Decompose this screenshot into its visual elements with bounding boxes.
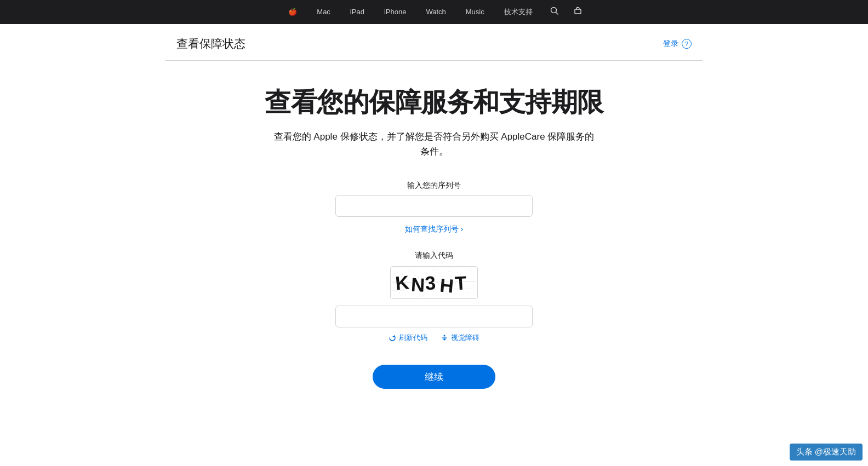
apple-logo-link[interactable]: 🍎 — [278, 0, 307, 24]
svg-point-11 — [449, 271, 450, 272]
accessibility-label: 视觉障碍 — [451, 333, 479, 343]
find-serial-link[interactable]: 如何查找序列号 › — [405, 225, 464, 234]
login-area: 登录 ? — [663, 39, 692, 49]
navigation-bar: 🍎 Mac iPad iPhone Watch Music 技术支持 — [0, 0, 868, 24]
hero-subtitle: 查看您的 Apple 保修状态，并了解您是否符合另外购买 AppleCare 保… — [270, 129, 598, 159]
svg-point-6 — [410, 271, 411, 272]
help-icon[interactable]: ? — [682, 39, 692, 49]
warranty-form: 输入您的序列号 如何查找序列号 › 请输入代码 — [324, 181, 544, 389]
serial-label: 输入您的序列号 — [407, 181, 461, 191]
watermark: 头条 @极速天助 — [790, 444, 863, 461]
captcha-actions: 刷新代码 视觉障碍 — [389, 333, 479, 343]
svg-text:H: H — [439, 274, 454, 297]
nav-item-iphone[interactable]: iPhone — [374, 0, 416, 24]
svg-point-26 — [473, 285, 475, 286]
svg-point-34 — [444, 335, 446, 337]
svg-text:T: T — [454, 272, 467, 294]
accessibility-button[interactable]: 视觉障碍 — [441, 333, 479, 343]
nav-item-mac[interactable]: Mac — [307, 0, 340, 24]
captcha-label: 请输入代码 — [415, 251, 453, 261]
svg-text:N: N — [410, 274, 425, 296]
serial-input[interactable] — [335, 195, 533, 217]
cart-icon[interactable] — [566, 0, 590, 24]
refresh-label: 刷新代码 — [399, 333, 427, 343]
refresh-captcha-button[interactable]: 刷新代码 — [389, 333, 427, 343]
hero-title: 查看您的保障服务和支持期限 — [265, 88, 603, 117]
svg-point-13 — [471, 270, 472, 271]
nav-item-support[interactable]: 技术支持 — [494, 0, 542, 24]
captcha-input[interactable] — [335, 306, 533, 327]
nav-item-ipad[interactable]: iPad — [340, 0, 374, 24]
page-header: 查看保障状态 登录 ? — [165, 24, 703, 61]
svg-text:3: 3 — [424, 272, 436, 294]
continue-button[interactable]: 继续 — [373, 365, 495, 389]
svg-point-20 — [468, 293, 469, 294]
search-icon[interactable] — [542, 0, 566, 24]
svg-line-1 — [556, 13, 558, 15]
captcha-image: K N 3 H T — [390, 266, 478, 299]
svg-point-9 — [433, 269, 435, 270]
page-title: 查看保障状态 — [176, 36, 245, 51]
nav-item-music[interactable]: Music — [456, 0, 494, 24]
login-link[interactable]: 登录 — [663, 39, 678, 49]
svg-rect-2 — [575, 9, 581, 14]
main-content: 查看您的保障服务和支持期限 查看您的 Apple 保修状态，并了解您是否符合另外… — [165, 61, 703, 411]
nav-item-watch[interactable]: Watch — [416, 0, 455, 24]
